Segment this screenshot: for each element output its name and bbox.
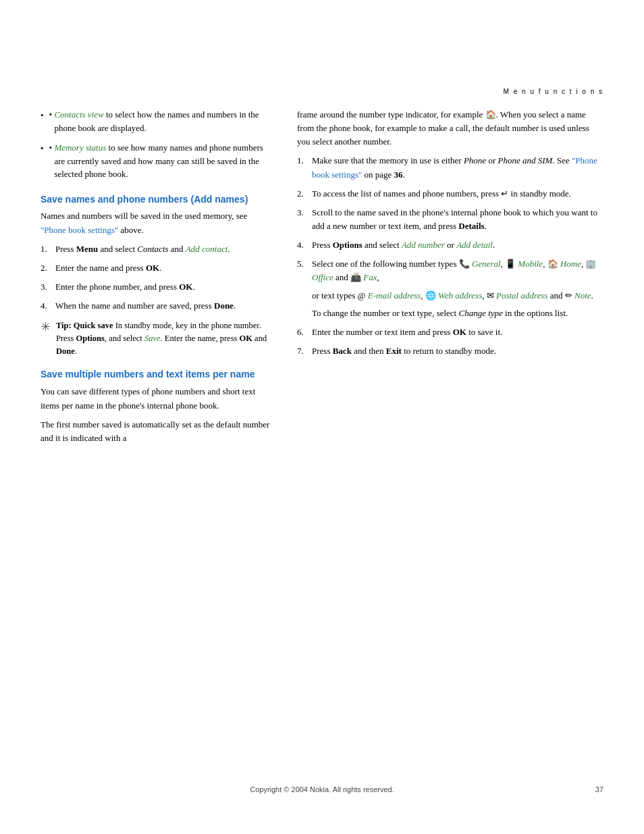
phone-book-settings-link2: "Phone book settings" [312, 155, 597, 179]
tip-text: Tip: Quick save In standby mode, key in … [56, 319, 270, 357]
memory-status-link: Memory status [54, 142, 106, 153]
section1-heading: Save names and phone numbers (Add names) [41, 193, 270, 206]
footer-copyright: Copyright © 2004 Nokia. All rights reser… [0, 785, 644, 793]
tip-box: ✳ Tip: Quick save In standby mode, key i… [41, 319, 270, 357]
right-step3: 3. Scroll to the name saved in the phone… [297, 206, 603, 233]
right-step6: 6. Enter the number or text item and pre… [297, 325, 603, 339]
step4: 4. When the name and number are saved, p… [41, 299, 270, 313]
step3: 3. Enter the phone number, and press OK. [41, 280, 270, 294]
office-label: Office [312, 272, 333, 282]
section2-heading: Save multiple numbers and text items per… [41, 368, 270, 381]
bullet-memory-status: • Memory status to see how many names an… [41, 141, 270, 181]
footer-page-number: 37 [595, 785, 603, 793]
step1: 1. Press Menu and select Contacts and Ad… [41, 242, 270, 256]
right-step4: 4. Press Options and select Add number o… [297, 238, 603, 252]
section1-intro: Names and numbers will be saved in the u… [41, 209, 270, 236]
two-column-layout: • Contacts view to select how the names … [41, 108, 603, 450]
section1-steps: 1. Press Menu and select Contacts and Ad… [41, 242, 270, 313]
right-step5: 5. Select one of the following number ty… [297, 257, 603, 320]
section2-para1: You can save different types of phone nu… [41, 385, 270, 412]
right-intro-para: frame around the number type indicator, … [297, 108, 603, 149]
header-label: M e n u f u n c t i o n s [504, 88, 603, 95]
step2: 2. Enter the name and press OK. [41, 261, 270, 275]
bullet-contacts-view: • Contacts view to select how the names … [41, 108, 270, 134]
page: M e n u f u n c t i o n s • Contacts vie… [0, 0, 644, 834]
tip-star-icon: ✳ [41, 318, 51, 336]
left-column: • Contacts view to select how the names … [41, 108, 270, 450]
intro-bullet-list: • Contacts view to select how the names … [41, 108, 270, 181]
right-step7: 7. Press Back and then Exit to return to… [297, 344, 603, 358]
phone-book-settings-link1: "Phone book settings" [41, 225, 118, 235]
right-step2: 2. To access the list of names and phone… [297, 187, 603, 201]
right-step1: 1. Make sure that the memory in use is e… [297, 154, 603, 181]
section2-para2: The first number saved is automatically … [41, 418, 270, 445]
right-col-steps: 1. Make sure that the memory in use is e… [297, 154, 603, 358]
right-column: frame around the number type indicator, … [297, 108, 603, 450]
contacts-view-link: Contacts view [54, 109, 103, 120]
